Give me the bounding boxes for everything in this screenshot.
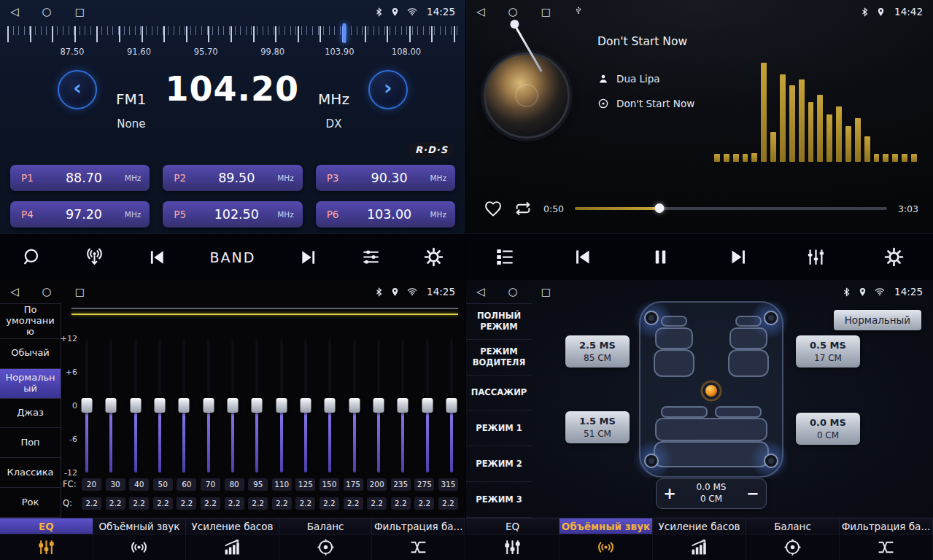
progress-bar[interactable] — [575, 203, 887, 214]
preset-button-p4[interactable]: P497.20MHz — [10, 201, 150, 228]
recents-icon[interactable]: □ — [75, 7, 85, 17]
previous-station-icon[interactable] — [147, 248, 166, 267]
home-icon[interactable]: ○ — [508, 7, 518, 18]
preset-button-p2[interactable]: P289.50MHz — [163, 165, 302, 191]
filter-icon[interactable] — [840, 534, 933, 560]
tab-balance[interactable]: Баланс — [746, 518, 840, 534]
eq-slider-handle[interactable] — [349, 398, 360, 413]
eq-band-slider[interactable] — [250, 338, 263, 472]
surround-sound-icon[interactable] — [93, 534, 187, 560]
eq-band-slider[interactable] — [226, 338, 239, 472]
listener-position-marker[interactable] — [705, 385, 717, 397]
eq-sliders-icon[interactable] — [0, 534, 93, 560]
tab-surround-sound[interactable]: Объёмный звук — [93, 518, 187, 534]
preset-button-p6[interactable]: P6103.00MHz — [316, 201, 455, 228]
eq-band-slider[interactable] — [396, 338, 409, 472]
eq-slider-handle[interactable] — [300, 398, 311, 413]
bass-boost-icon[interactable] — [653, 534, 746, 560]
favorite-button[interactable] — [484, 199, 503, 218]
preset-button-p1[interactable]: P188.70MHz — [10, 165, 150, 191]
broadcast-icon[interactable] — [85, 247, 104, 267]
home-icon[interactable]: ○ — [42, 7, 52, 18]
eq-slider-handle[interactable] — [106, 398, 117, 413]
tab-bass-boost[interactable]: Усиление басов — [186, 518, 279, 534]
preset-button-p3[interactable]: P390.30MHz — [316, 165, 455, 191]
eq-preset-item[interactable]: Классика — [0, 458, 61, 488]
band-button[interactable]: BAND — [210, 249, 256, 265]
eq-slider-handle[interactable] — [179, 398, 190, 413]
eq-slider-handle[interactable] — [422, 398, 433, 413]
eq-slider-handle[interactable] — [325, 398, 336, 413]
eq-sliders-icon[interactable] — [466, 534, 560, 560]
tab-eq-sliders[interactable]: EQ — [0, 518, 93, 534]
eq-preset-item[interactable]: Поп — [0, 428, 61, 458]
eq-slider-handle[interactable] — [227, 398, 238, 413]
eq-slider-handle[interactable] — [276, 398, 287, 413]
eq-slider-handle[interactable] — [203, 398, 214, 413]
eq-band-slider[interactable] — [421, 338, 434, 472]
back-icon[interactable]: ◁ — [476, 7, 485, 18]
recents-icon[interactable]: □ — [75, 287, 85, 297]
playlist-icon[interactable] — [495, 247, 515, 267]
tab-filter[interactable]: Фильтрация ба... — [840, 518, 933, 534]
frequency-scale[interactable]: 87.5091.6095.7099.80103.90108.00 — [0, 25, 465, 60]
eq-band-slider[interactable] — [104, 338, 117, 472]
recents-icon[interactable]: □ — [541, 287, 551, 297]
repeat-button[interactable] — [514, 199, 533, 218]
progress-knob[interactable] — [654, 203, 664, 213]
eq-band-slider[interactable] — [80, 338, 93, 472]
balance-icon[interactable] — [279, 534, 373, 560]
scan-icon[interactable] — [22, 247, 42, 267]
tune-down-button[interactable]: ‹ — [58, 70, 97, 109]
settings-gear-icon[interactable] — [884, 247, 904, 267]
bass-boost-icon[interactable] — [186, 534, 279, 560]
back-icon[interactable]: ◁ — [476, 287, 485, 298]
eq-band-slider[interactable] — [372, 338, 385, 472]
tab-eq-sliders[interactable]: EQ — [466, 518, 560, 534]
surround-mode-item[interactable]: ПАССАЖИР — [466, 376, 532, 411]
next-station-icon[interactable] — [299, 248, 318, 267]
tab-bass-boost[interactable]: Усиление басов — [653, 518, 746, 534]
pause-button[interactable] — [651, 247, 670, 267]
surround-mode-item[interactable]: РЕЖИМ 2 — [466, 446, 532, 482]
previous-track-icon[interactable] — [573, 247, 592, 267]
preset-button-p5[interactable]: P5102.50MHz — [163, 201, 302, 228]
eq-slider-handle[interactable] — [252, 398, 263, 413]
eq-band-slider[interactable] — [202, 338, 215, 472]
eq-slider-handle[interactable] — [398, 398, 409, 413]
home-icon[interactable]: ○ — [42, 287, 52, 298]
surround-mode-item[interactable]: ПОЛНЫЙ РЕЖИМ — [466, 304, 532, 340]
eq-band-slider[interactable] — [129, 338, 142, 472]
eq-slider-handle[interactable] — [373, 398, 384, 413]
recents-icon[interactable]: □ — [541, 7, 551, 17]
eq-preset-item[interactable]: Джаз — [0, 399, 61, 429]
home-icon[interactable]: ○ — [508, 287, 518, 298]
eq-preset-item[interactable]: Обычай — [0, 339, 61, 369]
filter-icon[interactable] — [372, 534, 465, 560]
eq-band-slider[interactable] — [153, 338, 166, 472]
eq-preset-item[interactable]: Рок — [0, 488, 61, 518]
surround-sound-icon[interactable] — [560, 534, 653, 560]
surround-mode-item[interactable]: РЕЖИМ ВОДИТЕЛЯ — [466, 340, 532, 376]
eq-band-slider[interactable] — [445, 338, 458, 472]
back-icon[interactable]: ◁ — [10, 7, 19, 18]
settings-gear-icon[interactable] — [424, 247, 444, 267]
eq-band-slider[interactable] — [299, 338, 312, 472]
audio-sliders-icon[interactable] — [361, 247, 381, 267]
eq-slider-handle[interactable] — [446, 398, 457, 413]
eq-slider-handle[interactable] — [82, 398, 93, 413]
rear-right-delay-button[interactable]: 0.0 MS 0 CM — [796, 413, 860, 445]
back-icon[interactable]: ◁ — [10, 287, 19, 298]
mixer-icon[interactable] — [806, 247, 826, 267]
eq-preset-item[interactable]: Нормальный — [0, 369, 61, 399]
eq-band-slider[interactable] — [275, 338, 288, 472]
delay-minus-button[interactable]: − — [740, 486, 766, 502]
delay-plus-button[interactable]: + — [657, 486, 683, 502]
eq-band-slider[interactable] — [323, 338, 336, 472]
balance-icon[interactable] — [746, 534, 840, 560]
eq-band-slider[interactable] — [348, 338, 361, 472]
rear-left-delay-button[interactable]: 1.5 MS 51 CM — [565, 411, 630, 443]
eq-slider-handle[interactable] — [154, 398, 165, 413]
front-right-delay-button[interactable]: 0.5 MS 17 CM — [796, 335, 860, 368]
sound-profile-button[interactable]: Нормальный — [834, 310, 921, 330]
